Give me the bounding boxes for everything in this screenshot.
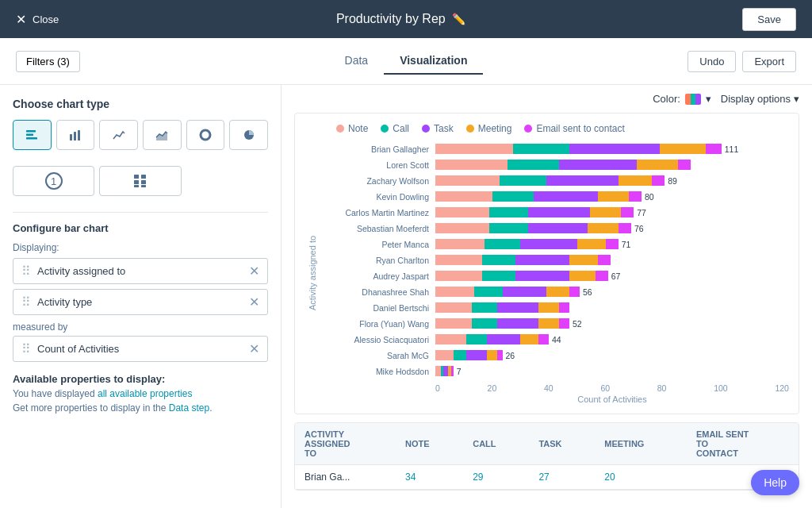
th-note: NOTE [396,423,463,465]
y-axis-label: Activity assigned to [308,236,317,310]
bar-row: Carlos Martin Martinez77 [320,206,789,219]
chart-type-number[interactable]: 1 [13,166,94,196]
bar-segment-email [706,144,722,154]
bar-value: 67 [611,271,621,281]
help-button[interactable]: Help [751,470,799,495]
line-icon [112,128,126,142]
bar-segment-call [513,144,570,154]
bar-segment-meeting [538,318,559,329]
divider1 [13,212,268,213]
bar-segment-task [515,255,569,265]
bar-row: Peter Manca71 [320,237,789,251]
number-icon: 1 [45,172,63,190]
bar-segment-task [559,160,637,170]
x-axis: 0 20 40 60 80 100 120 [435,380,789,393]
viz-header: Color: ▾ Display options ▾ [282,85,812,113]
chip-activity-assigned[interactable]: ⠿ Activity assigned to ✕ [13,258,268,284]
chart-type-area[interactable] [143,120,182,150]
bar-segment-email [559,318,569,329]
bar-segment-task [466,350,487,360]
bar-segment-email [621,207,634,217]
bar-segment-email [451,366,454,376]
chip-activity-type[interactable]: ⠿ Activity type ✕ [13,289,268,315]
svg-point-7 [201,130,210,140]
chip2-remove[interactable]: ✕ [249,294,259,310]
drag-icon: ⠿ [21,264,31,279]
chip-count[interactable]: ⠿ Count of Activities ✕ [13,336,268,362]
bar-track [435,255,789,265]
bar-track: 80 [435,191,789,202]
display-options-button[interactable]: Display options ▾ [721,93,799,105]
close-button[interactable]: ✕ Close [16,12,59,27]
bar-segment-email [606,239,619,249]
chart-type-pie[interactable] [229,120,268,150]
display-options-chevron: ▾ [794,93,799,105]
chart-type-vertical-bar[interactable] [56,120,95,150]
bar-track: 77 [435,207,789,217]
legend-task-dot [422,125,430,133]
bar-name: Dhanashree Shah [320,287,435,297]
close-icon: ✕ [16,12,26,27]
bar-segment-call [508,160,559,170]
data-step-link[interactable]: Data step. [169,402,213,414]
bar-track: 56 [435,287,789,297]
bar-segment-meeting [588,223,619,233]
chart-type-line[interactable] [99,120,138,150]
tab-data[interactable]: Data [329,48,385,75]
undo-button[interactable]: Undo [688,51,736,72]
chip-left: ⠿ Activity assigned to [21,264,125,279]
chip1-remove[interactable]: ✕ [249,264,259,279]
chart-type-table[interactable] [99,166,181,196]
bar-track: 76 [435,223,789,233]
bar-segment-task [528,207,590,217]
tab-visualization[interactable]: Visualization [384,48,483,75]
th-email: EMAIL SENTTOCONTACT [687,423,799,465]
bar-name: Carlos Martin Martinez [320,208,435,217]
drag-icon3: ⠿ [21,341,31,356]
table-body: Brian Ga... 34 29 27 20 [295,465,799,490]
bar-segment-task [546,175,619,186]
table-row: Brian Ga... 34 29 27 20 [295,465,799,490]
area-icon [155,128,169,142]
chart-type-donut[interactable] [186,120,225,150]
legend-call-label: Call [393,123,409,134]
drag-icon2: ⠿ [21,294,31,310]
chip3-remove[interactable]: ✕ [249,341,259,356]
svg-rect-12 [141,180,146,184]
th-task: TASK [529,423,595,465]
td-task: 27 [529,465,595,490]
bar-track: 111 [435,144,789,154]
chart-type-horizontal-bar[interactable] [13,120,52,150]
bar-value: 77 [637,208,646,217]
all-properties-link[interactable]: all available properties [98,388,192,399]
bar-segment-email [629,191,642,202]
bar-segment-meeting [569,271,596,281]
bar-segment-task [528,223,588,233]
edit-icon[interactable]: ✏️ [452,13,465,25]
bar-segment-meeting [660,144,707,154]
th-call: CALL [463,423,529,465]
main-layout: Choose chart type [0,85,812,508]
bar-segment-call [454,350,466,360]
bar-name: Daniel Bertschi [320,303,435,313]
bar-segment-task [569,144,660,154]
bar-segment-task [534,191,598,202]
filters-button[interactable]: Filters (3) [16,51,80,72]
color-control[interactable]: Color: ▾ [653,93,711,105]
bar-segment-meeting [569,255,598,265]
bar-name: Ryan Charlton [320,256,435,265]
bar-row: Daniel Bertschi [320,301,789,314]
legend-call: Call [381,123,409,134]
header-right: Save [742,8,796,31]
th-activity-assigned: ACTIVITYASSIGNEDTO [295,423,396,465]
save-button[interactable]: Save [742,8,796,31]
svg-rect-10 [141,175,146,179]
toolbar-left: Filters (3) [16,51,207,72]
bar-row: Flora (Yuan) Wang52 [320,317,789,330]
export-button[interactable]: Export [742,51,796,72]
right-panel: Color: ▾ Display options ▾ Note Call [282,85,812,508]
bar-track: 44 [435,334,789,344]
chip1-label: Activity assigned to [37,265,125,277]
bar-segment-note [435,160,508,170]
bar-segment-call [466,334,487,344]
